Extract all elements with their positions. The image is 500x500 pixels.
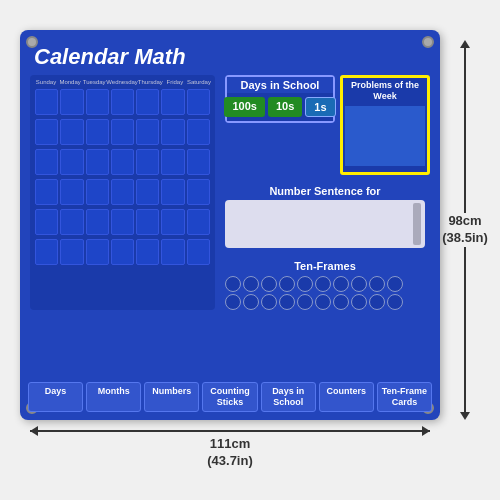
dim-line-right-2 (464, 247, 466, 412)
bottom-pockets: Days Months Numbers Counting Sticks Days… (28, 382, 432, 412)
tf-cell (369, 276, 385, 292)
cal-cell (86, 89, 109, 115)
number-sentence-box (225, 200, 425, 248)
cal-cell (161, 149, 184, 175)
cal-cell (35, 239, 58, 265)
cal-cell (161, 119, 184, 145)
problems-of-week-label: Problems of the Week (343, 78, 427, 104)
tf-cell (333, 294, 349, 310)
tf-cell (315, 294, 331, 310)
pocket-ten-frame-cards: Ten-Frame Cards (377, 382, 432, 412)
board-title: Calendar Math (34, 44, 430, 70)
tf-cell (351, 294, 367, 310)
tf-cell (243, 276, 259, 292)
days-in-school-label: Days in School (227, 77, 333, 93)
tf-cell (369, 294, 385, 310)
pocket-numbers: Numbers (144, 382, 199, 412)
problems-content (345, 106, 425, 166)
day-sunday: Sunday (34, 79, 58, 85)
cal-cell (86, 149, 109, 175)
tf-cell (387, 276, 403, 292)
ten-frame-row-1 (225, 276, 425, 292)
cal-cell (35, 209, 58, 235)
cal-cell (187, 239, 210, 265)
pv-10s: 10s (268, 97, 302, 117)
arrow-up-icon (460, 40, 470, 48)
cal-cell (136, 89, 159, 115)
cal-cell (35, 179, 58, 205)
dim-line-bottom (30, 430, 430, 432)
cal-cell (111, 89, 134, 115)
pv-100s: 100s (224, 97, 264, 117)
cal-cell (86, 179, 109, 205)
grommet-top-right (422, 36, 434, 48)
arrow-left-icon (30, 426, 38, 436)
width-dimension: 111cm(43.7in) (30, 430, 430, 470)
cal-cell (60, 239, 83, 265)
pv-1s: 1s (305, 97, 335, 117)
ten-frame-grid (225, 276, 425, 310)
days-in-school: Days in School 100s 10s 1s (225, 75, 335, 129)
cal-cell (161, 239, 184, 265)
cal-row-3 (34, 148, 211, 176)
pocket-days: Days (28, 382, 83, 412)
tf-cell (225, 294, 241, 310)
number-sentence-label: Number Sentence for (225, 185, 425, 197)
cal-cell (111, 119, 134, 145)
ten-frames-label: Ten-Frames (225, 260, 425, 272)
tf-cell (279, 294, 295, 310)
arrow-right-icon (422, 426, 430, 436)
number-sentence-area: Number Sentence for (225, 185, 425, 248)
cal-cell (60, 179, 83, 205)
day-wednesday: Wednesday (106, 79, 138, 85)
tf-cell (297, 276, 313, 292)
grommet-top-left (26, 36, 38, 48)
width-label: 111cm(43.7in) (207, 436, 253, 470)
cal-cell (187, 179, 210, 205)
tf-cell (387, 294, 403, 310)
cal-cell (35, 149, 58, 175)
cal-cell (86, 209, 109, 235)
cal-cell (187, 149, 210, 175)
outer-container: Calendar Math Sunday Monday Tuesday Wedn… (20, 30, 480, 470)
cal-cell (136, 179, 159, 205)
tf-cell (279, 276, 295, 292)
cal-cell (86, 119, 109, 145)
days-in-school-box: Days in School 100s 10s 1s (225, 75, 335, 123)
cal-row-2 (34, 118, 211, 146)
cal-row-6 (34, 238, 211, 266)
cal-cell (161, 209, 184, 235)
calendar-grid: Sunday Monday Tuesday Wednesday Thursday… (30, 75, 215, 310)
tf-cell (315, 276, 331, 292)
tf-cell (261, 294, 277, 310)
cal-cell (136, 239, 159, 265)
cal-cell (136, 119, 159, 145)
dim-line-right (464, 48, 466, 213)
cal-cell (60, 209, 83, 235)
tf-cell (243, 294, 259, 310)
pocket-days-in-school: Days in School (261, 382, 316, 412)
cal-cell (161, 179, 184, 205)
cal-cell (35, 119, 58, 145)
cal-cell (35, 89, 58, 115)
tf-cell (261, 276, 277, 292)
tf-cell (297, 294, 313, 310)
place-value-row: 100s 10s 1s (227, 93, 333, 121)
height-label: 98cm(38.5in) (442, 213, 488, 247)
day-friday: Friday (163, 79, 187, 85)
tf-cell (333, 276, 349, 292)
cal-row-1 (34, 88, 211, 116)
tf-cell (225, 276, 241, 292)
arrow-down-icon (460, 412, 470, 420)
day-tuesday: Tuesday (82, 79, 106, 85)
cal-cell (60, 119, 83, 145)
cal-cell (136, 209, 159, 235)
tf-cell (351, 276, 367, 292)
cal-cell (60, 149, 83, 175)
cal-cell (86, 239, 109, 265)
calendar-math-board: Calendar Math Sunday Monday Tuesday Wedn… (20, 30, 440, 420)
cal-cell (187, 89, 210, 115)
pocket-counters: Counters (319, 382, 374, 412)
day-monday: Monday (58, 79, 82, 85)
cal-cell (161, 89, 184, 115)
